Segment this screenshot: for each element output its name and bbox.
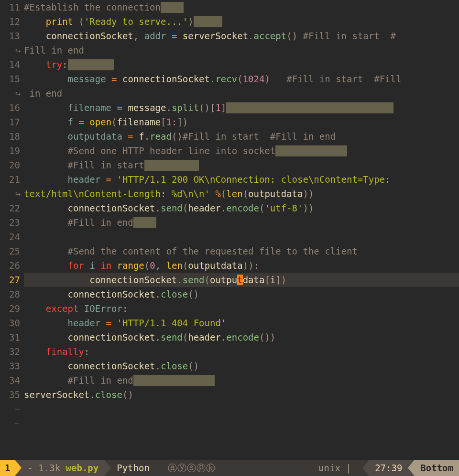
- code-line[interactable]: 14 try:: [0, 57, 459, 72]
- code-line[interactable]: 18 outputdata = f.read()#Fill in start #…: [0, 129, 459, 144]
- line-number: ↪: [0, 43, 24, 57]
- token: [270, 74, 286, 84]
- code-content[interactable]: connectionSocket.send(header.encode()): [24, 330, 459, 344]
- code-content[interactable]: #Send the content of the requested file …: [24, 244, 459, 258]
- code-content[interactable]: message = connectionSocket.recv(1024) #F…: [24, 72, 459, 86]
- token: 'HTTP/1.1 200 OK\nConnection: close\nCon…: [117, 174, 396, 185]
- token: f: [133, 131, 144, 142]
- code-content[interactable]: header = 'HTTP/1.1 404 Found': [24, 316, 459, 330]
- token: #Send the content of the requested file …: [68, 246, 358, 256]
- token: header: [188, 203, 221, 213]
- code-content[interactable]: connectionSocket.close(): [24, 359, 459, 373]
- code-content[interactable]: finally:: [24, 344, 459, 359]
- code-line[interactable]: 26 for i in range(0, len(outputdata)):: [0, 258, 459, 273]
- code-line[interactable]: 15 message = connectionSocket.recv(1024)…: [0, 72, 459, 86]
- code-line[interactable]: 19 #Send one HTTP header line into socke…: [0, 144, 459, 158]
- code-content[interactable]: for i in range(0, len(outputdata)):: [24, 258, 459, 273]
- token: 'Ready to serve...': [84, 16, 188, 27]
- token: (: [183, 203, 188, 213]
- code-line[interactable]: 31 connectionSocket.send(header.encode()…: [0, 330, 459, 344]
- code-line[interactable]: 21 header = 'HTTP/1.1 200 OK\nConnection…: [0, 172, 459, 187]
- token: [24, 59, 46, 70]
- token: #Fill in start #: [303, 31, 396, 41]
- token: .: [155, 203, 161, 213]
- code-content[interactable]: #Fill in end: [24, 215, 459, 230]
- line-number: 17: [0, 115, 24, 129]
- code-content[interactable]: #Fill in start: [24, 158, 459, 172]
- code-line[interactable]: 20 #Fill in start: [0, 158, 459, 172]
- token: t: [237, 275, 242, 285]
- code-line[interactable]: 28 connectionSocket.close(): [0, 287, 459, 301]
- status-line: 1 - 1.3k web.py Python ⓐⓨⓢⓟⓚ unix | 27:3…: [0, 460, 459, 476]
- code-content[interactable]: try:: [24, 57, 459, 72]
- token: connectionSocket: [24, 332, 155, 343]
- code-content[interactable]: #Fill in end: [24, 373, 459, 387]
- code-editor[interactable]: 11#Establish the connection12 print ('Re…: [0, 0, 459, 460]
- code-content[interactable]: connectionSocket.send(outputdata[i]): [24, 273, 459, 287]
- token: range: [117, 260, 144, 271]
- code-line-wrap[interactable]: ↪text/html\nContent-Length: %d\n\n' %(le…: [0, 187, 459, 201]
- code-content[interactable]: #Establish the connection: [24, 0, 459, 14]
- token: .: [210, 74, 215, 84]
- code-line[interactable]: 29 except IOError:: [0, 301, 459, 316]
- code-content[interactable]: header = 'HTTP/1.1 200 OK\nConnection: c…: [24, 172, 459, 187]
- token: [24, 217, 68, 228]
- spell-indicator: ⓐⓨⓢⓟⓚ: [162, 460, 221, 476]
- code-content[interactable]: connectionSocket.close(): [24, 287, 459, 301]
- code-line[interactable]: 16 filename = message.split()[1]: [0, 100, 459, 115]
- code-line[interactable]: 25 #Send the content of the requested fi…: [0, 244, 459, 258]
- line-number: 33: [0, 359, 24, 373]
- code-line[interactable]: 17 f = open(filename[1:]): [0, 115, 459, 129]
- token: i: [270, 275, 275, 285]
- code-line[interactable]: 24: [0, 230, 459, 244]
- code-line[interactable]: 32 finally:: [0, 344, 459, 359]
- token: in: [100, 260, 111, 271]
- token: =: [106, 174, 111, 185]
- code-line[interactable]: 35serverSocket.close(): [0, 387, 459, 402]
- token: :: [84, 346, 89, 357]
- code-content[interactable]: connectionSocket, addr = serverSocket.ac…: [24, 29, 459, 43]
- code-content[interactable]: filename = message.split()[1]: [24, 100, 459, 115]
- token: header: [68, 174, 101, 185]
- code-line[interactable]: 22 connectionSocket.send(header.encode('…: [0, 201, 459, 215]
- tilde-icon: ~: [0, 416, 24, 431]
- code-line[interactable]: 13 connectionSocket, addr = serverSocket…: [0, 29, 459, 43]
- code-content[interactable]: f = open(filename[1:]): [24, 115, 459, 129]
- code-line-wrap[interactable]: ↪ in end: [0, 86, 459, 100]
- token: .: [155, 289, 161, 299]
- token: #Fill in end: [68, 375, 133, 386]
- token: [95, 260, 100, 271]
- code-line[interactable]: 34 #Fill in end: [0, 373, 459, 387]
- token: [24, 375, 68, 386]
- code-line[interactable]: 11#Establish the connection: [0, 0, 459, 14]
- token: send: [161, 203, 183, 213]
- token: (: [221, 188, 226, 199]
- token: [24, 74, 68, 84]
- token: [24, 16, 46, 27]
- token: [78, 303, 84, 314]
- code-content[interactable]: connectionSocket.send(header.encode('utf…: [24, 201, 459, 215]
- line-number: 20: [0, 158, 24, 172]
- code-content[interactable]: [24, 230, 459, 244]
- code-content[interactable]: serverSocket.close(): [24, 387, 459, 402]
- code-content[interactable]: outputdata = f.read()#Fill in start #Fil…: [24, 129, 459, 144]
- token: [24, 102, 68, 113]
- code-line[interactable]: 27 connectionSocket.send(outputdata[i]): [0, 273, 459, 287]
- code-line[interactable]: 23 #Fill in end: [0, 215, 459, 230]
- token: [24, 346, 46, 357]
- code-line[interactable]: 12 print ('Ready to serve...'): [0, 14, 459, 29]
- code-content[interactable]: except IOError:: [24, 301, 459, 316]
- code-content[interactable]: Fill in end: [24, 43, 459, 57]
- code-content[interactable]: in end: [24, 86, 459, 100]
- line-number: ↪: [0, 86, 24, 100]
- token: (): [286, 31, 297, 41]
- token: .: [155, 361, 161, 371]
- code-line[interactable]: 33 connectionSocket.close(): [0, 359, 459, 373]
- code-content[interactable]: #Send one HTTP header line into socket: [24, 144, 459, 158]
- code-content[interactable]: print ('Ready to serve...'): [24, 14, 459, 29]
- token: :]): [172, 117, 188, 127]
- code-line-wrap[interactable]: ↪Fill in end: [0, 43, 459, 57]
- code-content[interactable]: text/html\nContent-Length: %d\n\n' %(len…: [24, 187, 459, 201]
- code-line[interactable]: 30 header = 'HTTP/1.1 404 Found': [0, 316, 459, 330]
- token: [297, 31, 303, 41]
